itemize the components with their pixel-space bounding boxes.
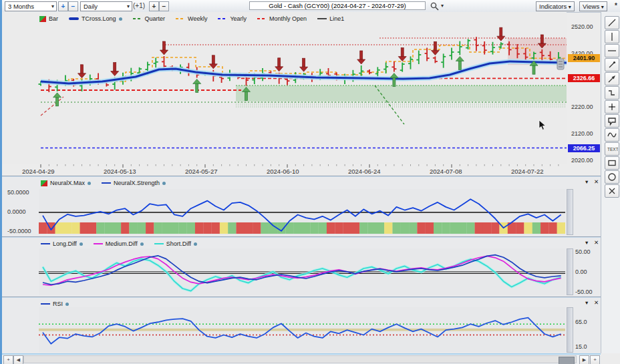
main-chart-legend: BarTCross.LongQuarterWeeklyYearlyMonthly… — [39, 15, 344, 22]
neuralx-axis-tick: 0.0000 — [7, 208, 26, 215]
callout-icon — [606, 116, 618, 126]
offset-minus-button[interactable]: − — [159, 1, 169, 11]
tool-ellipse-button[interactable] — [605, 170, 619, 184]
pencil-icon — [606, 59, 618, 70]
tool-crosshair-button[interactable] — [605, 100, 619, 114]
main-legend-item-weekly[interactable]: Weekly — [176, 15, 207, 22]
diff-legend-item-medium-diff[interactable]: Medium.Diff — [94, 240, 144, 247]
offset-plus-button[interactable]: + — [149, 1, 159, 11]
chart-application-window: 3 Months ▾ + − Daily ▾ (+1) + − ▾ Indica… — [0, 0, 620, 364]
date-tick: 2024-06-24 — [348, 168, 381, 175]
chevron-down-icon: ▾ — [569, 4, 571, 10]
indicators-button-label: Indicators — [539, 3, 567, 10]
rsi-axis-tick: 15.0 — [575, 343, 587, 350]
diff-legend-item-long-diff[interactable]: Long.Diff — [41, 240, 83, 247]
tool-wave-button[interactable] — [605, 128, 619, 142]
settings-dot-icon[interactable] — [65, 303, 69, 306]
tool-text-button[interactable]: TEXT — [605, 142, 619, 156]
price-tick: 2020.00 — [571, 157, 593, 164]
neuralx-legend-item-neuralx-max[interactable]: NeuralX.Max — [41, 180, 91, 186]
scroll-zoom-right-button[interactable]: + — [590, 355, 600, 364]
line-magenta-swatch-icon — [94, 243, 103, 244]
horizontal-scrollbar: + ◀ ▶ + — [2, 353, 601, 364]
legend-label: Line1 — [329, 15, 344, 22]
tool-trendline-button[interactable] — [605, 16, 619, 29]
line-navy-swatch-icon — [102, 182, 111, 184]
rsi-legend-item-rsi[interactable]: RSI — [41, 301, 69, 307]
tool-horizontal-line-button[interactable] — [605, 44, 619, 57]
indicators-button[interactable]: Indicators ▾ — [536, 1, 575, 11]
settings-dot-icon[interactable] — [194, 242, 197, 246]
range-select[interactable]: 3 Months ▾ — [5, 1, 57, 11]
tool-vertical-line-button[interactable] — [605, 30, 619, 43]
diff-axis-tick: 0.00 — [575, 268, 587, 275]
neuralx-plot[interactable] — [39, 189, 565, 235]
main-price-plot[interactable] — [2, 12, 567, 164]
price-badge-0: 2401.90 — [568, 54, 600, 62]
scrollbar-thumb[interactable] — [559, 357, 575, 364]
legend-label: Yearly — [230, 15, 247, 22]
price-tick: 2220.00 — [571, 104, 593, 110]
line-navy-swatch-icon — [41, 303, 50, 305]
main-legend-item-yearly[interactable]: Yearly — [218, 15, 247, 22]
panel-close-button[interactable]: ✕ — [594, 300, 599, 306]
panel-close-button[interactable]: ✕ — [594, 240, 599, 246]
panel-scroll-strip[interactable] — [567, 307, 573, 353]
diff-axis-tick: -50.00 — [575, 289, 593, 295]
panel-legend: RSI — [41, 301, 69, 307]
panel-collapse-button[interactable]: ▾ — [585, 240, 588, 246]
settings-dot-icon[interactable] — [119, 17, 122, 21]
main-legend-item-bar[interactable]: Bar — [39, 15, 58, 22]
range-zoom-in-button[interactable]: + — [58, 1, 68, 11]
main-legend-item-monthly-open[interactable]: Monthly Open — [257, 15, 307, 22]
trendline-icon — [606, 17, 618, 28]
interval-select[interactable]: Daily ▾ — [80, 1, 132, 11]
bar-swatch-icon — [39, 16, 46, 22]
ellipse-icon — [606, 172, 618, 182]
scroll-right-button[interactable]: ▶ — [579, 355, 589, 364]
tool-delete-button[interactable] — [605, 184, 619, 198]
settings-dot-icon[interactable] — [140, 242, 144, 246]
range-zoom-out-button[interactable]: − — [68, 1, 78, 11]
main-legend-item-quarter[interactable]: Quarter — [133, 15, 166, 22]
diff-legend-item-short-diff[interactable]: Short.Diff — [154, 240, 197, 247]
diff-axis-tick: 50.00 — [575, 248, 591, 255]
panel-collapse-button[interactable]: ▾ — [585, 179, 588, 185]
legend-label: Weekly — [188, 15, 207, 22]
panel-rsi: RSI▾✕65.015.0 — [2, 298, 601, 353]
panel-collapse-button[interactable]: ▾ — [585, 300, 588, 306]
search-icon[interactable] — [430, 2, 439, 11]
dash-green-swatch-icon — [133, 18, 142, 19]
modified-marker: * — [615, 1, 617, 10]
main-legend-item-tcross-long[interactable]: TCross.Long — [69, 15, 122, 22]
legend-label: Long.Diff — [53, 240, 77, 247]
settings-dot-icon[interactable] — [88, 182, 91, 185]
diff-plot[interactable] — [39, 248, 565, 295]
search-dropdown-icon[interactable]: ▾ — [441, 1, 444, 10]
settings-dot-icon[interactable] — [162, 182, 166, 185]
tool-arrow-button[interactable] — [605, 72, 619, 85]
delete-icon — [606, 186, 618, 196]
main-legend-item-line1[interactable]: Line1 — [317, 15, 344, 22]
maxflag-swatch-icon — [41, 180, 47, 186]
tool-callout-button[interactable] — [605, 114, 619, 128]
panel-scroll-strip[interactable] — [567, 189, 573, 235]
rsi-plot[interactable] — [39, 307, 565, 353]
scroll-left-button[interactable]: ◀ — [13, 355, 23, 364]
tool-rectangle-button[interactable] — [605, 156, 619, 170]
scroll-zoom-left-button[interactable]: + — [3, 355, 13, 364]
neuralx-legend-item-neuralx-strength[interactable]: NeuralX.Strength — [102, 180, 166, 186]
tool-pencil-button[interactable] — [605, 58, 619, 71]
date-axis[interactable]: 2024-04-292024-05-132024-05-272024-06-10… — [2, 164, 567, 176]
views-button[interactable]: Views ▾ — [579, 1, 607, 11]
legend-label: RSI — [53, 301, 63, 307]
symbol-title-input[interactable] — [249, 1, 426, 10]
toolbar: 3 Months ▾ + − Daily ▾ (+1) + − ▾ Indica… — [2, 0, 620, 13]
scrollbar-track[interactable] — [23, 355, 577, 363]
date-tick: 2024-05-13 — [104, 168, 136, 175]
tool-polyline-button[interactable] — [605, 86, 619, 100]
panel-close-button[interactable]: ✕ — [594, 179, 599, 185]
polyline-icon — [606, 87, 618, 98]
settings-dot-icon[interactable] — [80, 242, 83, 246]
panel-scroll-strip[interactable] — [567, 248, 573, 295]
